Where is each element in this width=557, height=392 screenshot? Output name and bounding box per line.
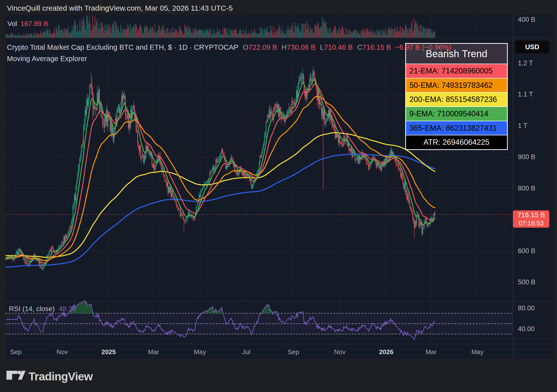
time-axis-label: May bbox=[194, 348, 206, 356]
legend-row: ATR: 26946064225 bbox=[406, 135, 507, 149]
time-axis-label: Jul bbox=[242, 348, 250, 356]
symbol-title: Crypto Total Market Cap Excluding BTC an… bbox=[7, 43, 238, 51]
time-axis-label: Nov bbox=[56, 348, 68, 356]
volume-label: Vol bbox=[7, 20, 17, 27]
tradingview-logo-icon bbox=[6, 371, 27, 381]
footer-brand-text: TradingView bbox=[28, 370, 93, 383]
ohlc-key: C bbox=[357, 43, 362, 51]
volume-indicator-label: Vol167.89 B bbox=[7, 20, 48, 28]
ohlc-value: 730.06 B bbox=[287, 43, 315, 51]
price-scale-label: 1.2 T bbox=[518, 59, 533, 67]
rsi-scale-label: 80.00 bbox=[518, 304, 535, 312]
time-axis-label: Sep bbox=[10, 348, 22, 356]
price-scale-label: 1.1 T bbox=[518, 91, 533, 98]
ohlc-key: O bbox=[243, 43, 249, 51]
currency-toggle-button[interactable]: USD bbox=[515, 40, 550, 54]
price-scale-label: 800 B bbox=[518, 184, 535, 192]
tradingview-chart-page: VinceQuill created with TradingView.com,… bbox=[0, 0, 557, 392]
rsi-value: 48.38 bbox=[59, 305, 76, 313]
ohlc-value: 710.46 B bbox=[324, 43, 353, 51]
ohlc-values: O722.09 BH730.06 BL710.46 BC716.15 B bbox=[238, 43, 391, 51]
legend-row: 50-EMA: 749319783462 bbox=[406, 78, 507, 92]
countdown-timer: 07:16:53 bbox=[513, 220, 549, 227]
time-axis-label: Sep bbox=[288, 348, 299, 356]
legend-row: 21-EMA: 714208960005 bbox=[406, 64, 507, 78]
attribution-text: VinceQuill created with TradingView.com,… bbox=[7, 4, 233, 12]
last-price-badge: 716.15 B 07:16:53 bbox=[513, 210, 549, 228]
ohlc-key: H bbox=[281, 43, 287, 51]
time-axis-label: Mar bbox=[148, 348, 159, 356]
symbol-info-line[interactable]: Crypto Total Market Cap Excluding BTC an… bbox=[7, 43, 451, 51]
time-axis-label: 2025 bbox=[101, 348, 116, 356]
last-price-value: 716.15 B bbox=[513, 210, 549, 220]
ohlc-key: L bbox=[320, 43, 324, 51]
time-axis-label: Mar bbox=[426, 348, 437, 356]
ma-explorer-legend: Bearish Trend 21-EMA: 71420896000550-EMA… bbox=[405, 43, 508, 150]
volume-scale-label: 400 B bbox=[518, 16, 535, 24]
time-axis-label: Nov bbox=[334, 348, 346, 356]
legend-row: 9-EMA: 710009540414 bbox=[406, 106, 507, 121]
legend-row: 200-EMA: 855154587236 bbox=[406, 92, 507, 106]
volume-value: 167.89 B bbox=[21, 20, 48, 27]
price-scale-label: 1 T bbox=[518, 122, 528, 129]
rsi-indicator-label[interactable]: RSI (14, close)48.38 bbox=[9, 305, 76, 313]
price-scale-label: 500 B bbox=[518, 278, 535, 286]
time-axis-label: May bbox=[471, 348, 483, 356]
time-axis-label: 2026 bbox=[379, 348, 393, 356]
ohlc-value: 716.15 B bbox=[362, 43, 391, 51]
change-value: −6.97 B (−0.96%) bbox=[395, 43, 451, 51]
ohlc-value: 722.09 B bbox=[248, 43, 277, 51]
legend-row: 365-EMA: 862313827431 bbox=[406, 121, 507, 135]
rsi-label: RSI (14, close) bbox=[9, 305, 55, 313]
rsi-scale-label: 40.00 bbox=[518, 325, 535, 333]
price-scale-label: 600 B bbox=[518, 247, 535, 255]
indicator-title[interactable]: Moving Average Explorer bbox=[7, 55, 87, 63]
price-scale-label: 900 B bbox=[518, 153, 535, 161]
